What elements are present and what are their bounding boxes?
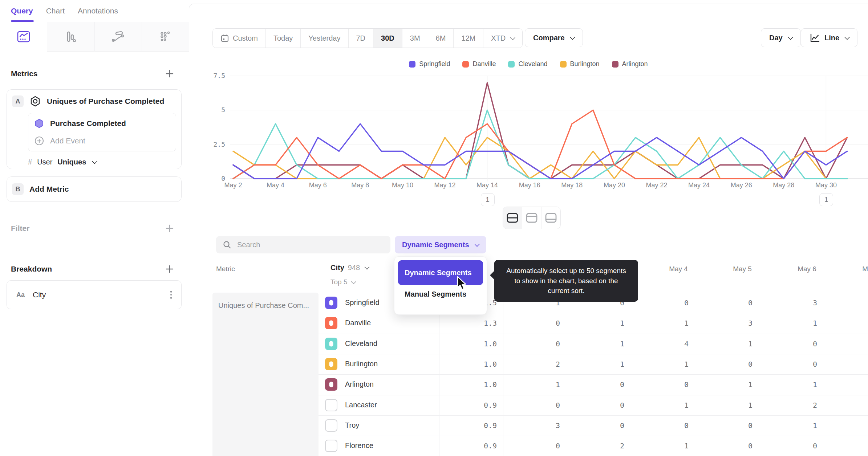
layout-toggle-group [503, 207, 561, 229]
segment-day-value: 0 [684, 298, 689, 307]
top-n-selector[interactable]: Top 5 [330, 278, 356, 286]
day-column-header: May 7 [862, 265, 868, 273]
breakdown-section-header: Breakdown [11, 264, 174, 274]
segment-day-value: 0 [748, 441, 753, 450]
metric-row-panel: Uniques of Purchase Com... [212, 293, 319, 456]
row-separator [319, 334, 868, 334]
row-separator [319, 374, 868, 375]
segment-search [216, 236, 390, 253]
kebab-menu-icon[interactable] [170, 291, 172, 299]
segment-day-value: 1 [620, 360, 624, 369]
segment-day-value: 1 [813, 421, 817, 430]
breakdown-title: Breakdown [11, 265, 52, 273]
segment-average-value: 0.9 [446, 421, 497, 430]
segment-average-value: 1.0 [446, 380, 497, 389]
row-separator [319, 395, 868, 395]
annotation-badge[interactable]: 1 [481, 193, 495, 206]
segment-checkbox-arlington[interactable] [325, 378, 337, 391]
segment-day-value: 1 [748, 380, 753, 389]
search-icon [223, 240, 231, 249]
metric-row-label: Uniques of Purchase Com... [212, 293, 319, 310]
segment-day-value: 0 [748, 360, 753, 369]
segment-day-value: 0 [684, 380, 689, 389]
svg-text:May 20: May 20 [604, 182, 625, 189]
segment-average-value: 0.9 [446, 441, 497, 450]
chevron-down-icon [351, 278, 357, 284]
segments-dropdown-menu: Dynamic SegmentsManual Segments [394, 256, 487, 315]
group-column-header[interactable]: City 948 [330, 264, 369, 272]
segment-day-value: 1 [684, 360, 689, 369]
segment-day-value: 4 [684, 339, 689, 348]
segment-checkbox-danville[interactable] [325, 317, 337, 329]
breakdown-city-card[interactable]: Aa City [7, 280, 182, 309]
line-chart: 02.557.5May 2May 4May 6May 8May 10May 12… [0, 0, 868, 225]
search-input[interactable] [236, 240, 384, 249]
segment-day-value: 0 [556, 319, 560, 327]
string-property-icon: Aa [16, 291, 25, 299]
segment-day-value: 0 [620, 401, 624, 410]
segment-checkbox-lancaster[interactable] [325, 399, 337, 411]
row-separator [319, 436, 868, 436]
segment-name: Cleveland [345, 339, 377, 348]
segments-tooltip: Automatically select up to 50 segments t… [494, 260, 638, 302]
segment-name: Danville [345, 319, 371, 327]
segment-checkbox-cleveland[interactable] [325, 338, 337, 350]
segment-checkbox-troy[interactable] [325, 419, 337, 432]
segment-name: Arlington [345, 380, 374, 388]
segment-day-value: 1 [748, 339, 753, 348]
segments-mode-label: Dynamic Segments [402, 241, 469, 249]
svg-text:May 4: May 4 [267, 182, 284, 189]
svg-text:7.5: 7.5 [213, 72, 225, 80]
segment-average-value: 1.0 [446, 360, 497, 369]
chevron-down-icon [474, 241, 480, 247]
top-panel-icon [526, 212, 538, 223]
svg-text:May 12: May 12 [434, 182, 455, 189]
segment-checkbox-burlington[interactable] [325, 358, 337, 370]
svg-text:May 16: May 16 [519, 182, 540, 189]
segment-name: Springfield [345, 298, 380, 307]
split-view-icon [506, 212, 519, 223]
segment-day-value: 2 [813, 401, 817, 410]
annotation-badge[interactable]: 1 [819, 193, 833, 206]
svg-text:May 28: May 28 [773, 182, 794, 189]
segment-day-value: 0 [813, 441, 817, 450]
segment-name: Burlington [345, 360, 378, 368]
chevron-down-icon [364, 264, 370, 270]
day-column-header: May 5 [733, 265, 752, 273]
segment-day-value: 1 [556, 380, 560, 389]
svg-text:May 6: May 6 [309, 182, 327, 189]
row-separator [319, 354, 868, 354]
menu-item-dynamic-segments[interactable]: Dynamic Segments [398, 260, 483, 285]
segment-checkbox-springfield[interactable] [325, 297, 337, 309]
layout-split-button[interactable] [503, 207, 522, 229]
segment-day-value: 2 [620, 441, 624, 450]
segment-day-value: 0 [748, 421, 753, 430]
segment-checkbox-florence[interactable] [325, 440, 337, 452]
layout-chart-button[interactable] [522, 207, 541, 229]
day-column-header: May 6 [798, 265, 816, 273]
svg-text:May 10: May 10 [392, 182, 413, 189]
svg-text:5: 5 [221, 106, 225, 114]
menu-item-manual-segments[interactable]: Manual Segments [398, 285, 483, 303]
segment-day-value: 0 [620, 421, 624, 430]
segment-day-value: 1 [620, 319, 624, 327]
segment-average-value: 0.9 [446, 401, 497, 410]
layout-table-button[interactable] [541, 207, 560, 229]
group-name: City [330, 264, 344, 272]
svg-text:May 2: May 2 [224, 182, 242, 189]
svg-text:May 8: May 8 [351, 182, 369, 189]
day-column-header: May 4 [669, 265, 688, 273]
svg-text:May 26: May 26 [731, 182, 752, 189]
segment-day-value: 0 [813, 360, 817, 369]
add-breakdown-plus-icon[interactable] [165, 264, 174, 274]
segment-day-value: 0 [556, 339, 560, 348]
segment-day-value: 0 [748, 298, 753, 307]
segment-day-value: 0 [556, 441, 560, 450]
segments-mode-button[interactable]: Dynamic Segments [395, 236, 486, 253]
segment-day-value: 1 [684, 319, 689, 327]
row-separator [319, 415, 868, 416]
segment-day-value: 1 [813, 319, 817, 327]
segment-day-value: 1 [684, 441, 689, 450]
segment-day-value: 3 [556, 421, 560, 430]
svg-text:May 14: May 14 [476, 182, 498, 189]
